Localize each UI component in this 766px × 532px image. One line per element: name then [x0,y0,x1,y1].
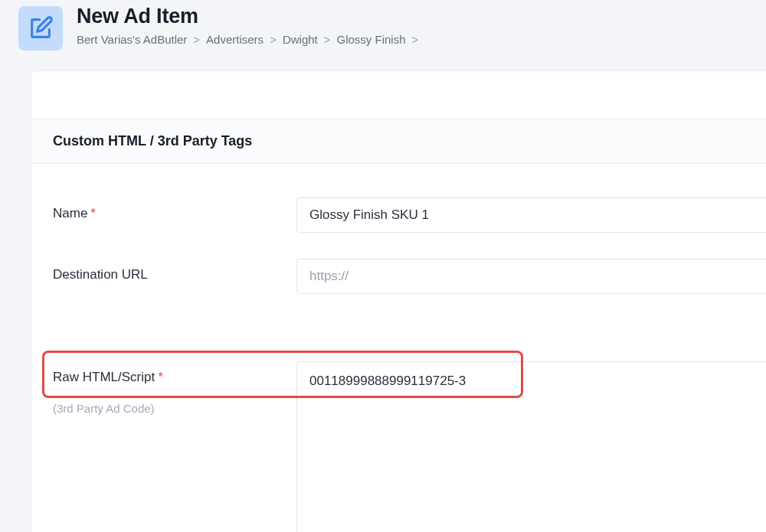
page-title: New Ad Item [77,5,418,28]
breadcrumb-item[interactable]: Dwight [283,33,318,46]
breadcrumb-item[interactable]: Advertisers [206,33,264,46]
edit-icon [18,6,63,51]
breadcrumb-item[interactable]: Bert Varias's AdButler [77,33,187,46]
destination-url-label: Destination URL [53,259,296,283]
page-header: New Ad Item Bert Varias's AdButler > Adv… [0,0,766,63]
panel-spacer [31,71,766,119]
form-row-raw-html: Raw HTML/Script* (3rd Party Ad Code) [53,361,766,532]
chevron-right-icon: > [412,33,419,46]
form-row-name: Name* [53,197,766,233]
name-label: Name* [53,197,296,222]
form-panel: Custom HTML / 3rd Party Tags Name* Desti… [31,70,766,532]
required-indicator: * [158,370,163,384]
breadcrumb-item[interactable]: Glossy Finish [337,33,406,46]
section-heading: Custom HTML / 3rd Party Tags [31,119,766,164]
name-field[interactable] [296,197,766,233]
form-body: Name* Destination URL Raw HTML/Script* (… [31,164,766,532]
required-indicator: * [90,206,96,220]
raw-html-label: Raw HTML/Script* (3rd Party Ad Code) [53,361,296,416]
raw-html-textarea[interactable] [296,361,766,532]
chevron-right-icon: > [270,33,277,46]
form-row-destination-url: Destination URL [53,259,766,294]
raw-html-sublabel: (3rd Party Ad Code) [53,401,296,416]
breadcrumb: Bert Varias's AdButler > Advertisers > D… [77,33,418,46]
destination-url-field[interactable] [296,259,766,294]
chevron-right-icon: > [193,33,200,46]
chevron-right-icon: > [324,33,331,46]
